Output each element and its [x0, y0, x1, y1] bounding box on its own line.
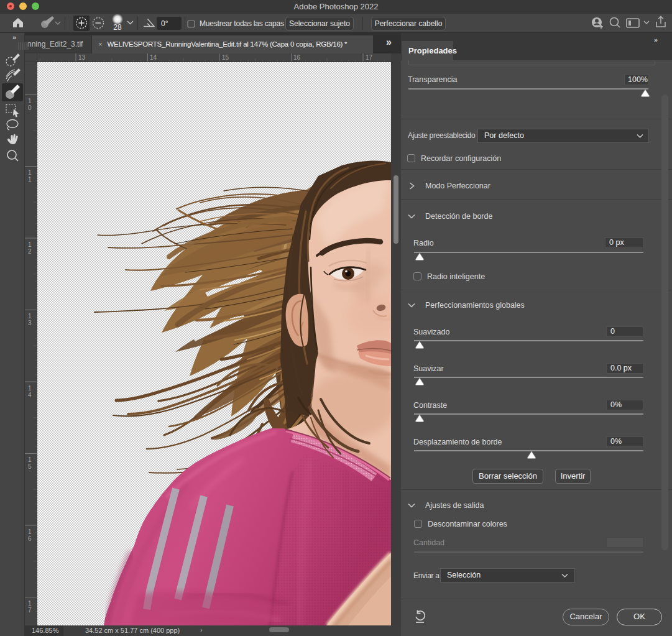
svg-text:1: 1: [28, 176, 32, 183]
svg-text:15: 15: [222, 54, 229, 61]
svg-text:1: 1: [28, 385, 32, 392]
svg-text:1: 1: [28, 313, 32, 320]
svg-text:Muestrear todas las capas: Muestrear todas las capas: [200, 19, 284, 28]
svg-text:16: 16: [293, 54, 301, 61]
svg-text:1: 1: [28, 600, 32, 607]
svg-text:0: 0: [28, 104, 32, 111]
svg-text:1: 1: [28, 169, 32, 176]
svg-text:17: 17: [366, 54, 373, 61]
svg-text:5: 5: [28, 463, 32, 470]
svg-text:1: 1: [28, 456, 32, 463]
svg-text:4: 4: [28, 392, 32, 399]
svg-text:0°: 0°: [161, 19, 168, 28]
svg-text:1: 1: [28, 241, 32, 248]
svg-text:7: 7: [28, 607, 32, 614]
svg-text:2: 2: [28, 248, 32, 255]
svg-text:14: 14: [150, 54, 157, 61]
svg-text:3: 3: [28, 320, 32, 326]
svg-text:1: 1: [28, 98, 32, 104]
svg-text:28: 28: [113, 23, 122, 32]
svg-text:13: 13: [78, 54, 86, 61]
svg-text:1: 1: [28, 528, 32, 535]
svg-text:6: 6: [28, 535, 32, 542]
